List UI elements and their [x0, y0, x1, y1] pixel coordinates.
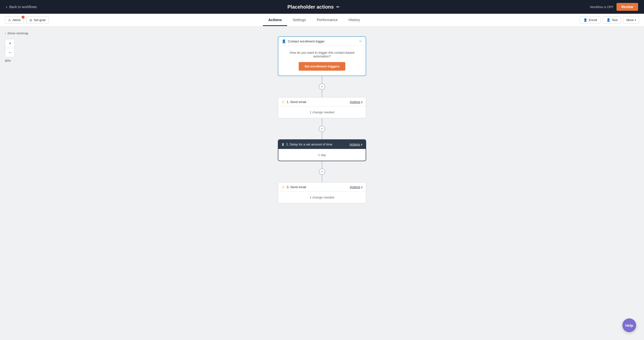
set-goal-button[interactable]: ◎ Set goal [26, 16, 48, 23]
workflow-title: Placeholder actions [288, 4, 334, 10]
enroll-icon: 👤 [584, 18, 587, 22]
edit-title-icon[interactable]: ✏ [336, 5, 340, 9]
show-minimap-label: Show minimap [7, 31, 28, 35]
add-action-button-1[interactable]: + [319, 83, 325, 90]
action-node-2-body-text: 1 day [282, 153, 362, 157]
help-button[interactable]: Help [622, 319, 636, 332]
action-node-2-header-left: ⧗ 2. Delay for a set amount of time [282, 142, 332, 146]
action-node-3-header-left: ⚠ 3. Send email [282, 185, 306, 189]
tab-performance[interactable]: Performance [311, 14, 343, 26]
action-node-2-body: 1 day [278, 149, 366, 161]
back-arrow-icon: ‹ [6, 4, 7, 9]
action-node-2-header: ⧗ 2. Delay for a set amount of time Acti… [278, 140, 366, 149]
test-button[interactable]: 👤 Test [603, 16, 622, 23]
connector-line-2 [322, 118, 322, 126]
zoom-in-button[interactable]: + [5, 39, 15, 48]
secondary-nav: ⚠ Alerts ! ◎ Set goal Actions Settings P… [0, 14, 644, 26]
action-node-1-label: 1. Send email [287, 100, 306, 104]
nav-tabs: Actions Settings Performance History [263, 14, 366, 26]
tab-settings[interactable]: Settings [287, 14, 311, 26]
test-label: Test [612, 18, 618, 22]
test-icon: 👤 [606, 18, 610, 22]
alerts-label: Alerts [12, 18, 20, 22]
back-to-workflows[interactable]: ‹ Back to workflows [6, 4, 37, 9]
trigger-node-header: 👤 Contact enrollment trigger ✏ [278, 37, 366, 46]
action-node-wrapper-2: ⧗ 2. Delay for a set amount of time Acti… [278, 139, 366, 161]
connector-line-1b [322, 90, 322, 97]
top-bar: ‹ Back to workflows Placeholder actions … [0, 0, 644, 14]
workflow-status: Workflow is OFF [590, 5, 614, 9]
action-node-2-actions-button[interactable]: Actions ▾ [350, 143, 362, 146]
action-node-1-header: ⚠ 1. Send email Actions ▾ [278, 97, 366, 106]
action-node-3-header: ⚠ 3. Send email Actions ▾ [278, 183, 366, 192]
action-node-wrapper-3: ⚠ 3. Send email Actions ▾ 1 change neede… [278, 182, 366, 203]
connector-2: + [319, 118, 325, 139]
action-node-3: ⚠ 3. Send email Actions ▾ 1 change neede… [278, 182, 366, 203]
contact-trigger-icon: 👤 [282, 39, 286, 43]
top-bar-right: Workflow is OFF Review [590, 3, 638, 11]
connector-line-1 [322, 76, 322, 83]
more-chevron-icon: ▾ [635, 19, 636, 21]
review-button[interactable]: Review [616, 3, 638, 11]
action-node-1-actions-button[interactable]: Actions ▾ [350, 100, 362, 104]
action-node-3-actions-button[interactable]: Actions ▾ [350, 185, 362, 189]
add-action-button-3[interactable]: + [319, 169, 325, 175]
minimap-toggle[interactable]: › Show minimap [5, 31, 28, 35]
chevron-right-icon: › [5, 31, 6, 35]
connector-line-3 [322, 161, 322, 169]
zoom-controls: + − [5, 39, 15, 57]
zoom-level-label: 80% [5, 59, 28, 62]
action-node-3-label: 3. Send email [287, 185, 306, 189]
alert-notification-dot: ! [22, 16, 24, 19]
enroll-label: Enroll [589, 18, 597, 22]
action-node-1-body: 1 change needed [278, 106, 366, 118]
enroll-button[interactable]: 👤 Enroll [580, 16, 600, 23]
action-node-wrapper-1: ⚠ 1. Send email Actions ▾ 1 change neede… [278, 97, 366, 118]
set-goal-label: Set goal [34, 18, 46, 22]
action-node-2: ⧗ 2. Delay for a set amount of time Acti… [278, 139, 366, 161]
action-node-3-body: 1 change needed [278, 192, 366, 203]
canvas-controls: › Show minimap + − 80% [5, 31, 28, 62]
warning-icon-3: ⚠ [282, 185, 285, 189]
zoom-out-button[interactable]: − [5, 48, 15, 57]
alert-triangle-icon: ⚠ [8, 18, 11, 22]
action-node-3-chevron-icon: ▾ [361, 186, 362, 188]
workflow-canvas: 👤 Contact enrollment trigger ✏ How do yo… [0, 26, 644, 340]
action-node-2-chevron-icon: ▾ [361, 143, 362, 146]
action-node-1: ⚠ 1. Send email Actions ▾ 1 change neede… [278, 97, 366, 118]
action-node-2-actions-label: Actions [350, 143, 360, 146]
goal-icon: ◎ [30, 18, 32, 22]
trigger-body-text: How do you want to trigger this contact-… [282, 51, 362, 58]
workflow-title-area: Placeholder actions ✏ [288, 4, 340, 10]
action-node-1-actions-label: Actions [350, 100, 360, 104]
alerts-button[interactable]: ⚠ Alerts ! [5, 16, 24, 23]
trigger-node-header-left: 👤 Contact enrollment trigger [282, 39, 325, 43]
connector-3: + [319, 161, 325, 182]
trigger-edit-icon[interactable]: ✏ [359, 39, 362, 43]
tab-actions[interactable]: Actions [263, 14, 287, 26]
tab-history[interactable]: History [343, 14, 366, 26]
action-node-3-actions-label: Actions [350, 185, 360, 189]
workflow-canvas-wrapper: › Show minimap + − 80% 👤 Contact enrollm… [0, 26, 644, 340]
action-node-1-body-text: 1 change needed [282, 110, 362, 114]
action-node-1-chevron-icon: ▾ [361, 101, 362, 103]
trigger-node-body: How do you want to trigger this contact-… [278, 46, 366, 75]
back-label: Back to workflows [9, 5, 37, 9]
delay-icon: ⧗ [282, 142, 284, 146]
more-button[interactable]: More ▾ [623, 16, 639, 23]
action-node-1-header-left: ⚠ 1. Send email [282, 100, 306, 104]
connector-line-2b [322, 132, 322, 139]
secondary-nav-right: 👤 Enroll 👤 Test More ▾ [580, 16, 639, 23]
trigger-header-label: Contact enrollment trigger [288, 39, 325, 43]
add-action-button-2[interactable]: + [319, 126, 325, 132]
warning-icon-1: ⚠ [282, 100, 285, 104]
connector-line-3b [322, 175, 322, 182]
trigger-node-wrapper: 👤 Contact enrollment trigger ✏ How do yo… [278, 36, 366, 76]
action-node-3-body-text: 1 change needed [282, 196, 362, 199]
set-enrollment-triggers-button[interactable]: Set enrollment triggers [299, 62, 345, 71]
more-label: More [626, 18, 634, 22]
connector-1: + [319, 76, 325, 97]
trigger-node: 👤 Contact enrollment trigger ✏ How do yo… [278, 36, 366, 76]
secondary-nav-left: ⚠ Alerts ! ◎ Set goal [5, 16, 48, 23]
action-node-2-label: 2. Delay for a set amount of time [286, 143, 332, 146]
